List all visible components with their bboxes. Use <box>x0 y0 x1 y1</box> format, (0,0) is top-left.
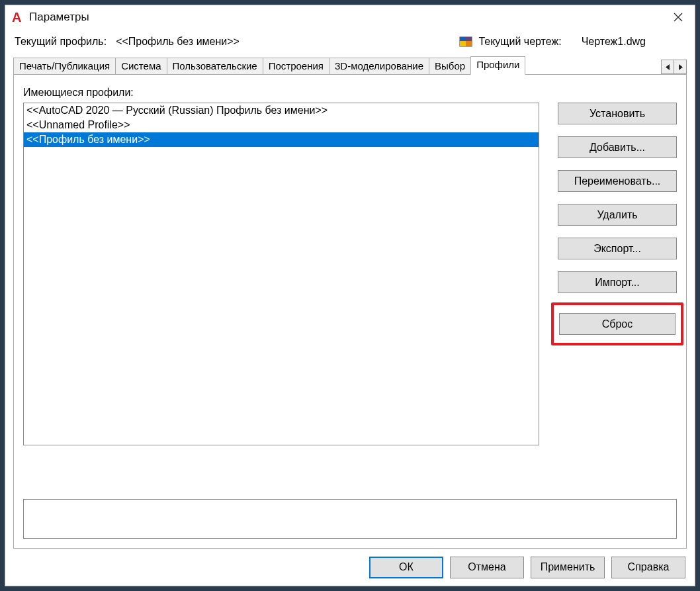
close-button[interactable] <box>668 7 688 27</box>
profiles-list-label: Имеющиеся профили: <box>23 87 677 99</box>
tab-drafting[interactable]: Построения <box>263 58 329 75</box>
tab-print-publish[interactable]: Печать/Публикация <box>13 58 116 75</box>
tab-system[interactable]: Система <box>115 58 167 75</box>
side-buttons: Установить Добавить... Переименовать... … <box>558 103 677 463</box>
help-button[interactable]: Справка <box>611 557 685 578</box>
drawing-icon <box>459 34 473 49</box>
autocad-icon: A <box>12 11 24 23</box>
add-button[interactable]: Добавить... <box>558 136 677 158</box>
tab-user[interactable]: Пользовательские <box>167 58 263 75</box>
header-row: Текущий профиль: <<Профиль без имени>> Т… <box>5 29 695 56</box>
window-title: Параметры <box>29 11 89 24</box>
tab-3d-modeling[interactable]: 3D-моделирование <box>329 58 429 75</box>
titlebar: A Параметры <box>5 5 695 29</box>
tab-nav-left[interactable] <box>661 60 674 74</box>
current-profile-label: Текущий профиль: <box>15 36 107 48</box>
footer: ОК Отмена Применить Справка <box>5 549 695 586</box>
export-button[interactable]: Экспорт... <box>558 238 677 259</box>
current-drawing-value: Чертеж1.dwg <box>582 36 646 48</box>
chevron-left-icon <box>666 64 670 70</box>
reset-button[interactable]: Сброс <box>559 313 676 335</box>
svg-marker-7 <box>679 64 683 70</box>
cancel-button[interactable]: Отмена <box>450 557 524 578</box>
reset-highlight: Сброс <box>551 302 683 345</box>
delete-button[interactable]: Удалить <box>558 204 677 226</box>
ok-button[interactable]: ОК <box>369 557 443 578</box>
description-box <box>23 499 677 539</box>
profile-item[interactable]: <<Unnamed Profile>> <box>24 118 539 132</box>
profile-item[interactable]: <<Профиль без имени>> <box>24 132 539 147</box>
tab-nav <box>662 60 687 74</box>
close-icon <box>674 13 683 22</box>
set-current-button[interactable]: Установить <box>558 103 677 124</box>
profile-item[interactable]: <<AutoCAD 2020 — Русский (Russian) Профи… <box>24 103 539 118</box>
tabs-row: Печать/Публикация Система Пользовательск… <box>5 56 695 74</box>
svg-marker-6 <box>666 64 670 70</box>
rename-button[interactable]: Переименовать... <box>558 170 677 192</box>
tab-profiles[interactable]: Профили <box>470 56 525 75</box>
import-button[interactable]: Импорт... <box>558 271 677 293</box>
svg-rect-5 <box>466 37 472 46</box>
profiles-list[interactable]: <<AutoCAD 2020 — Русский (Russian) Профи… <box>23 103 539 445</box>
apply-button[interactable]: Применить <box>531 557 605 578</box>
tab-selection[interactable]: Выбор <box>429 58 471 75</box>
tab-content-profiles: Имеющиеся профили: <<AutoCAD 2020 — Русс… <box>13 74 687 549</box>
tab-nav-right[interactable] <box>674 60 687 74</box>
current-profile-value: <<Профиль без имени>> <box>116 36 240 48</box>
chevron-right-icon <box>678 64 683 70</box>
options-dialog: A Параметры Текущий профиль: <<Профиль б… <box>5 5 695 586</box>
profiles-area: <<AutoCAD 2020 — Русский (Russian) Профи… <box>23 103 677 463</box>
current-drawing-label: Текущий чертеж: <box>478 36 561 48</box>
